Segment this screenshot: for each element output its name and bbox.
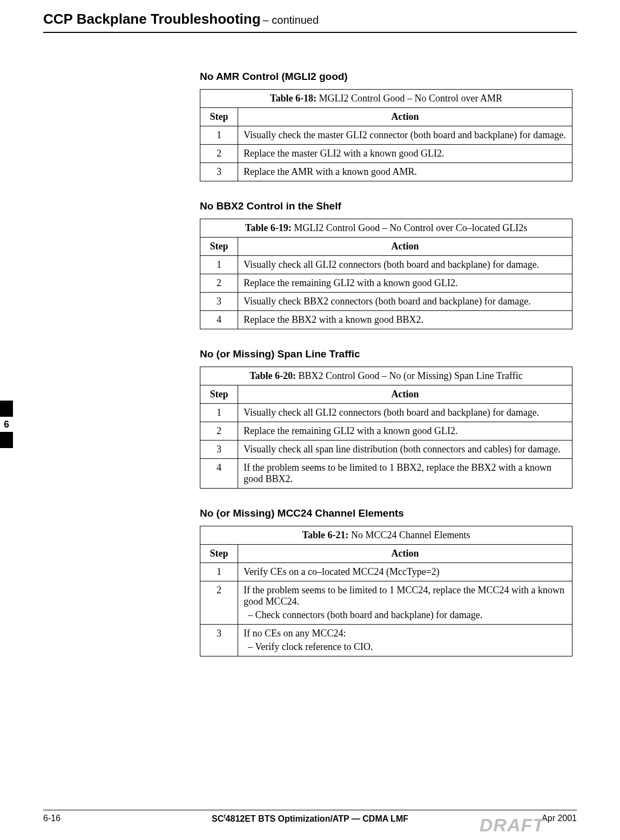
action-main: Replace the remaining GLI2 with a known … [244,277,567,289]
table-caption: MGLI2 Control Good – No Control over AMR [316,93,502,104]
table-title: Table 6-18: MGLI2 Control Good – No Cont… [200,90,572,108]
action-main: Replace the master GLI2 with a known goo… [244,148,567,159]
action-subitem: – Verify clock reference to CIO. [244,641,567,653]
table-title: Table 6-21: No MCC24 Channel Elements [200,526,572,545]
chapter-tab: 6 [0,401,13,448]
action-main: Visually check the master GLI2 connector… [244,130,567,141]
section-heading: No AMR Control (MGLI2 good) [200,71,577,83]
column-header-action: Action [238,385,572,404]
footer-page-number: 6-16 [43,814,108,823]
step-number: 3 [200,293,238,311]
action-main: Replace the remaining GLI2 with a known … [244,425,567,437]
table-row: 2If the problem seems to be limited to 1… [200,581,572,625]
table-row: 1Visually check the master GLI2 connecto… [200,126,572,145]
tab-number: 6 [0,417,13,432]
table-row: 2Replace the remaining GLI2 with a known… [200,274,572,293]
step-number: 3 [200,441,238,459]
table-label: Table 6-21: [302,530,349,540]
column-header-step: Step [200,108,238,126]
step-number: 1 [200,256,238,274]
page-title: CCP Backplane Troubleshooting [43,11,261,27]
column-header-action: Action [238,545,572,563]
action-main: Verify CEs on a co–located MCC24 (MccTyp… [244,566,567,578]
step-number: 1 [200,563,238,581]
section: No (or Missing) Span Line TrafficTable 6… [200,348,577,489]
step-number: 4 [200,459,238,489]
footer-title: SCt4812ET BTS Optimization/ATP — CDMA LM… [108,814,512,824]
action-main: Visually check all GLI2 connectors (both… [244,407,567,418]
table-row: 1Visually check all GLI2 connectors (bot… [200,404,572,422]
action-main: Visually check all GLI2 connectors (both… [244,259,567,270]
tab-block-bottom [0,432,13,448]
step-number: 2 [200,145,238,163]
section-heading: No (or Missing) Span Line Traffic [200,348,577,360]
action-text: Replace the remaining GLI2 with a known … [238,422,572,441]
troubleshooting-table: Table 6-18: MGLI2 Control Good – No Cont… [200,89,572,181]
page-header: CCP Backplane Troubleshooting – continue… [43,11,577,33]
table-row: 1Visually check all GLI2 connectors (bot… [200,256,572,274]
step-number: 2 [200,274,238,293]
action-text: Visually check all GLI2 connectors (both… [238,404,572,422]
action-main: Visually check BBX2 connectors (both boa… [244,296,567,307]
action-text: Visually check all span line distributio… [238,441,572,459]
table-row: 3Visually check all span line distributi… [200,441,572,459]
footer-pre: SC [212,814,224,823]
table-caption: No MCC24 Channel Elements [348,530,470,540]
table-label: Table 6-20: [250,370,296,381]
column-header-action: Action [238,238,572,256]
action-main: If the problem seems to be limited to 1 … [244,462,567,485]
column-header-action: Action [238,108,572,126]
section-heading: No BBX2 Control in the Shelf [200,200,577,212]
column-header-step: Step [200,545,238,563]
section: No AMR Control (MGLI2 good)Table 6-18: M… [200,71,577,181]
action-text: Visually check BBX2 connectors (both boa… [238,293,572,311]
table-row: 2Replace the master GLI2 with a known go… [200,145,572,163]
step-number: 1 [200,404,238,422]
step-number: 3 [200,163,238,181]
table-label: Table 6-19: [245,222,292,233]
section: No (or Missing) MCC24 Channel ElementsTa… [200,507,577,656]
action-text: Replace the BBX2 with a known good BBX2. [238,311,572,329]
table-row: 2Replace the remaining GLI2 with a known… [200,422,572,441]
column-header-step: Step [200,385,238,404]
column-header-step: Step [200,238,238,256]
table-label: Table 6-18: [270,93,316,104]
tab-block-top [0,401,13,417]
step-number: 2 [200,422,238,441]
step-number: 4 [200,311,238,329]
action-subitem: – Check connectors (both board and backp… [244,609,567,621]
table-row: 1Verify CEs on a co–located MCC24 (MccTy… [200,563,572,581]
action-text: If the problem seems to be limited to 1 … [238,581,572,625]
action-main: If the problem seems to be limited to 1 … [244,585,567,607]
troubleshooting-table: Table 6-21: No MCC24 Channel ElementsSte… [200,526,572,656]
section-heading: No (or Missing) MCC24 Channel Elements [200,507,577,519]
table-title: Table 6-19: MGLI2 Control Good – No Cont… [200,219,572,238]
step-number: 1 [200,126,238,145]
action-text: Replace the AMR with a known good AMR. [238,163,572,181]
action-main: Replace the BBX2 with a known good BBX2. [244,314,567,326]
action-text: Replace the master GLI2 with a known goo… [238,145,572,163]
draft-watermark: DRAFT [480,815,544,836]
step-number: 3 [200,625,238,656]
troubleshooting-table: Table 6-20: BBX2 Control Good – No (or M… [200,367,572,489]
action-main: If no CEs on any MCC24: [244,628,567,639]
step-number: 2 [200,581,238,625]
action-text: If the problem seems to be limited to 1 … [238,459,572,489]
table-row: 3Visually check BBX2 connectors (both bo… [200,293,572,311]
action-text: Verify CEs on a co–located MCC24 (MccTyp… [238,563,572,581]
table-row: 4If the problem seems to be limited to 1… [200,459,572,489]
troubleshooting-table: Table 6-19: MGLI2 Control Good – No Cont… [200,219,572,329]
action-text: Visually check the master GLI2 connector… [238,126,572,145]
table-title: Table 6-20: BBX2 Control Good – No (or M… [200,367,572,385]
table-row: 3If no CEs on any MCC24:– Verify clock r… [200,625,572,656]
table-row: 3Replace the AMR with a known good AMR. [200,163,572,181]
action-text: Replace the remaining GLI2 with a known … [238,274,572,293]
page-title-continued: – continued [263,14,319,26]
action-main: Visually check all span line distributio… [244,444,567,455]
table-caption: MGLI2 Control Good – No Control over Co–… [292,222,527,233]
action-text: Visually check all GLI2 connectors (both… [238,256,572,274]
table-row: 4Replace the BBX2 with a known good BBX2… [200,311,572,329]
table-caption: BBX2 Control Good – No (or Missing) Span… [296,370,523,381]
footer-post: 4812ET BTS Optimization/ATP — CDMA LMF [226,814,408,823]
action-text: If no CEs on any MCC24:– Verify clock re… [238,625,572,656]
